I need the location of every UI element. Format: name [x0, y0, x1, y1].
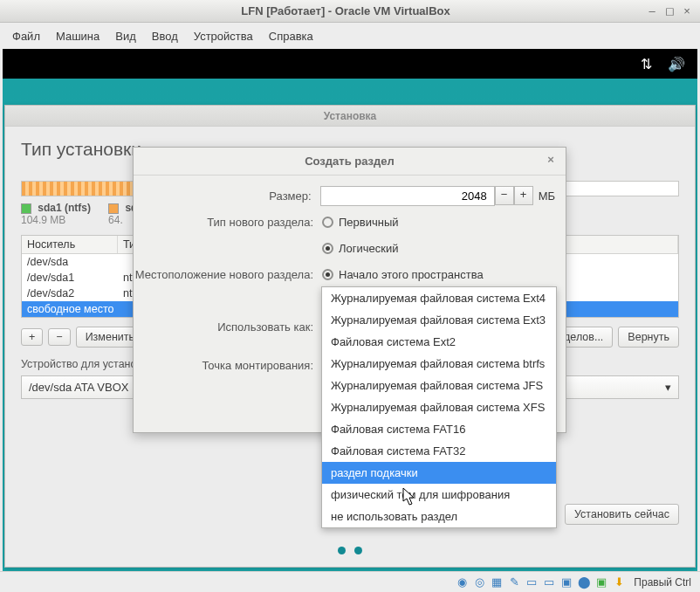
- fs-option[interactable]: физический том для шифрования: [322, 484, 556, 506]
- menu-devices[interactable]: Устройства: [194, 30, 253, 43]
- radio-logical-label: Логический: [339, 242, 398, 255]
- mount-label: Точка монтирования:: [134, 359, 322, 372]
- menu-view[interactable]: Вид: [115, 30, 136, 43]
- use-as-dropdown[interactable]: Журналируемая файловая система Ext4 Журн…: [321, 286, 557, 528]
- radio-primary-label: Первичный: [339, 216, 399, 229]
- fs-option[interactable]: Журналируемая файловая система Ext4: [322, 287, 556, 309]
- revert-button[interactable]: Вернуть: [618, 327, 679, 348]
- size-unit: МБ: [539, 189, 555, 203]
- fs-option-selected[interactable]: раздел подкачки: [322, 462, 556, 484]
- status-screen-icon[interactable]: ▭: [543, 576, 555, 589]
- volume-icon[interactable]: 🔊: [668, 56, 685, 72]
- fs-option[interactable]: Журналируемая файловая система Ext3: [322, 309, 556, 331]
- legend-swatch-orange: [108, 203, 119, 214]
- status-optical-icon[interactable]: ◎: [473, 576, 485, 589]
- radio-loc-begin[interactable]: [322, 269, 333, 280]
- fs-option[interactable]: Файловая система FAT32: [322, 440, 556, 462]
- legend-sub-0: 104.9 MB: [21, 214, 65, 226]
- fs-option[interactable]: Журналируемая файловая система XFS: [322, 396, 556, 418]
- guest-topbar: ⇅ 🔊: [3, 49, 697, 79]
- vbox-title: LFN [Работает] - Oracle VM VirtualBox: [52, 4, 639, 17]
- fs-option[interactable]: Файловая система Ext2: [322, 331, 556, 353]
- size-plus-button[interactable]: +: [514, 186, 533, 205]
- menu-input[interactable]: Ввод: [152, 30, 178, 43]
- radio-loc-begin-label: Начало этого пространства: [339, 268, 484, 281]
- radio-logical[interactable]: [322, 243, 333, 254]
- add-partition-button[interactable]: +: [21, 328, 43, 346]
- fs-option[interactable]: Журналируемая файловая система btrfs: [322, 353, 556, 375]
- size-label: Размер:: [134, 189, 320, 203]
- legend-label-0: sda1 (ntfs): [38, 202, 91, 214]
- fs-option[interactable]: Журналируемая файловая система JFS: [322, 375, 556, 396]
- status-monitor-icon[interactable]: ▣: [560, 576, 573, 589]
- status-net-icon[interactable]: ▦: [491, 576, 503, 589]
- location-label: Местоположение нового раздела:: [134, 268, 322, 281]
- dialog-close-button[interactable]: ×: [543, 153, 559, 169]
- fs-option[interactable]: не использовать раздел: [322, 506, 556, 527]
- install-now-button[interactable]: Установить сейчас: [565, 504, 679, 525]
- use-as-label: Использовать как:: [134, 320, 322, 334]
- status-pen-icon[interactable]: ✎: [508, 576, 520, 589]
- page-dots: [338, 547, 362, 554]
- chevron-down-icon: ▾: [665, 381, 671, 394]
- minimize-button[interactable]: –: [646, 4, 658, 17]
- status-power-icon[interactable]: ⬇: [613, 576, 625, 589]
- legend-swatch-green: [21, 203, 31, 214]
- network-icon[interactable]: ⇅: [641, 56, 652, 72]
- remove-partition-button[interactable]: −: [48, 328, 70, 346]
- type-label: Тип нового раздела:: [134, 216, 322, 229]
- menu-machine[interactable]: Машина: [56, 30, 100, 43]
- fs-option[interactable]: Файловая система FAT16: [322, 418, 556, 440]
- maximize-button[interactable]: ◻: [663, 4, 676, 17]
- vbox-titlebar: LFN [Работает] - Oracle VM VirtualBox – …: [0, 0, 700, 23]
- legend-sub-1: 64.: [108, 214, 123, 226]
- vbox-statusbar: ◉ ◎ ▦ ✎ ▭ ▭ ▣ ⬤ ▣ ⬇ Правый Ctrl: [0, 571, 700, 592]
- installer-titlebar: Установка: [5, 106, 695, 127]
- size-minus-button[interactable]: −: [495, 186, 514, 205]
- menu-help[interactable]: Справка: [269, 30, 313, 43]
- dialog-title: Создать раздел: [305, 155, 395, 168]
- col-device[interactable]: Носитель: [22, 236, 118, 253]
- status-disc-icon[interactable]: ◉: [456, 576, 468, 589]
- radio-primary[interactable]: [322, 217, 333, 228]
- status-display-icon[interactable]: ▭: [525, 576, 538, 589]
- vbox-menubar: Файл Машина Вид Ввод Устройства Справка: [0, 23, 700, 49]
- host-key-label: Правый Ctrl: [634, 576, 691, 589]
- menu-file[interactable]: Файл: [12, 30, 40, 43]
- close-button[interactable]: ×: [681, 4, 693, 17]
- size-input[interactable]: [320, 186, 495, 206]
- status-sound-icon[interactable]: ▣: [595, 576, 607, 589]
- status-rec-icon[interactable]: ⬤: [578, 576, 590, 589]
